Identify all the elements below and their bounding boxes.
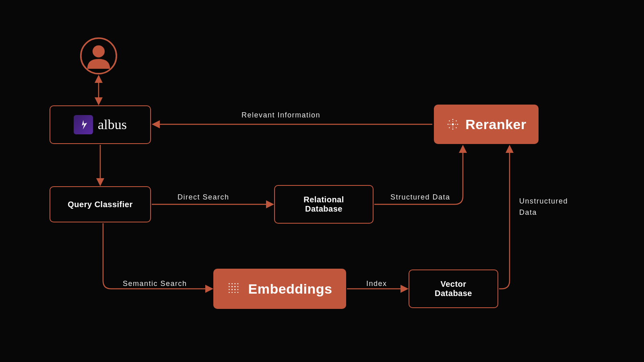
reranker-label: Reranker	[465, 117, 526, 132]
svg-point-20	[231, 286, 233, 287]
diagram-stage: albus Query Classifier Relational Databa…	[0, 0, 644, 362]
sparkle-icon	[446, 117, 460, 131]
svg-point-16	[232, 283, 233, 284]
edge-label-unstructured-1: Unstructured	[519, 197, 568, 206]
svg-point-1	[93, 45, 105, 58]
svg-point-24	[231, 289, 233, 290]
edge-label-unstructured-2: Data	[519, 208, 537, 217]
reranker-node: Reranker	[434, 105, 539, 144]
svg-point-17	[235, 283, 236, 284]
grid-dots-icon	[227, 282, 242, 296]
svg-point-27	[229, 292, 230, 293]
relational-label-1: Relational	[303, 195, 344, 204]
edge-label-structured: Structured Data	[390, 193, 450, 202]
edge-label-semantic: Semantic Search	[123, 280, 187, 288]
albus-logo-icon	[74, 115, 93, 134]
relational-label-2: Database	[303, 204, 344, 214]
svg-point-10	[456, 127, 457, 128]
svg-point-3	[452, 119, 454, 120]
svg-point-18	[237, 283, 239, 284]
svg-point-15	[229, 283, 230, 284]
svg-point-9	[449, 127, 450, 128]
user-icon	[80, 37, 118, 75]
svg-point-22	[237, 286, 239, 287]
svg-point-14	[455, 124, 456, 125]
vector-database-node: Vector Database	[409, 269, 498, 308]
albus-label: albus	[98, 117, 127, 132]
svg-point-6	[457, 124, 458, 125]
albus-node: albus	[50, 105, 151, 144]
embeddings-label: Embeddings	[248, 281, 332, 297]
svg-point-13	[450, 124, 450, 125]
svg-point-23	[229, 289, 230, 290]
vector-label-2: Database	[435, 289, 472, 298]
svg-point-21	[235, 286, 236, 287]
vector-label-1: Vector	[435, 280, 472, 289]
svg-point-26	[237, 289, 239, 290]
user-node	[80, 37, 118, 75]
svg-point-30	[237, 292, 239, 293]
svg-point-29	[235, 292, 236, 293]
svg-point-8	[456, 120, 457, 121]
svg-point-2	[452, 123, 454, 125]
svg-point-19	[229, 286, 230, 287]
edge-label-index: Index	[366, 280, 387, 288]
svg-point-12	[452, 127, 453, 128]
svg-point-7	[449, 120, 450, 121]
svg-point-28	[232, 292, 233, 293]
edge-label-direct: Direct Search	[178, 193, 229, 202]
relational-database-node: Relational Database	[274, 185, 374, 224]
embeddings-node: Embeddings	[213, 269, 346, 309]
svg-point-4	[452, 129, 454, 130]
query-classifier-label: Query Classifier	[68, 200, 132, 209]
svg-point-11	[452, 121, 453, 122]
query-classifier-node: Query Classifier	[50, 186, 151, 222]
svg-point-25	[235, 289, 236, 290]
edge-label-relevant: Relevant Information	[242, 111, 320, 119]
svg-point-5	[448, 124, 449, 125]
